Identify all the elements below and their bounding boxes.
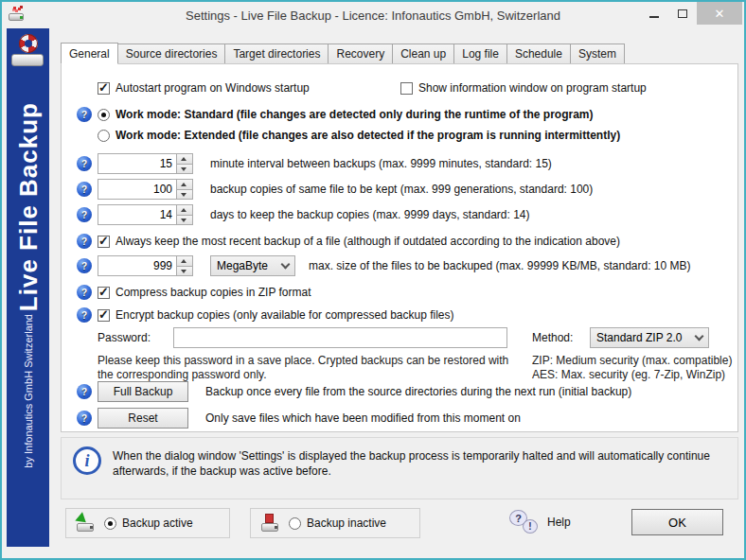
method-hint-aes: AES: Max. security (eg. 7-Zip, WinZip) [532,368,725,382]
settings-window: Settings - Live File Backup - Licence: I… [0,0,746,560]
days-label: days to keep the backup copies (max. 999… [210,208,530,221]
password-hint: Please keep this password in a save plac… [98,354,519,382]
method-dropdown[interactable]: Standard ZIP 2.0 [590,327,709,348]
tab-log-file[interactable]: Log file [453,44,507,63]
help-icon[interactable]: ? [77,285,92,300]
password-field[interactable] [173,327,507,348]
work-mode-extended-label: Work mode: Extended (file changes are al… [115,129,620,142]
brand-sidebar: Live File Backup by Infonautics GmbH Swi… [7,28,49,547]
tab-general[interactable]: General [61,43,118,64]
work-mode-standard-label: Work mode: Standard (file changes are de… [115,108,594,121]
help-icon[interactable]: ? [77,258,92,273]
backup-active-radio[interactable] [104,517,116,530]
max-size-input[interactable] [98,255,177,276]
info-icon: i [73,446,101,475]
autostart-label: Autostart program on Windows startup [115,81,310,95]
compress-checkbox[interactable] [98,287,110,299]
app-logo-icon [9,34,46,68]
tab-recovery[interactable]: Recovery [328,44,393,63]
full-backup-label: Backup once every file from the source d… [205,385,631,398]
general-tab-panel: Autostart program on Windows startup Sho… [61,63,738,432]
close-button[interactable]: ✕ [697,2,742,25]
encrypt-label: Encrypt backup copies (only available fo… [115,308,454,322]
spin-down-button[interactable] [177,190,193,201]
spin-up-button[interactable] [177,204,193,216]
days-input[interactable] [98,204,177,225]
window-title: Settings - Live File Backup - Licence: I… [2,9,744,23]
size-unit-dropdown[interactable]: MegaByte [210,255,295,276]
close-icon: ✕ [715,7,725,21]
autostart-checkbox[interactable] [98,82,110,95]
compress-label: Compress backup copies in ZIP format [115,286,311,299]
app-icon [9,7,26,22]
help-label: Help [547,516,571,529]
maximize-icon [678,9,687,18]
size-unit-value: MegaByte [217,259,268,272]
minimize-icon [649,16,659,18]
backup-active-label: Backup active [122,516,193,530]
work-mode-standard-radio[interactable] [98,109,110,121]
maximize-button[interactable] [668,2,697,25]
interval-input[interactable] [98,153,177,174]
help-bubbles-icon: ? ! [509,508,542,536]
method-label: Method: [532,331,573,344]
help-icon[interactable]: ? [77,234,92,249]
tab-source-directories[interactable]: Source directories [117,44,226,63]
tab-clean-up[interactable]: Clean up [392,44,454,63]
reset-label: Only save files which have been modified… [205,411,521,425]
chevron-down-icon [281,259,291,269]
minimize-button[interactable] [640,2,668,25]
copies-label: backup copies of same file to be kept (m… [210,183,593,196]
days-stepper [98,204,193,225]
copies-input[interactable] [98,179,177,200]
method-value: Standard ZIP 2.0 [596,331,683,344]
keep-recent-label: Always keep the most recent backup of a … [115,235,620,248]
keep-recent-checkbox[interactable] [98,236,110,248]
brand-title: Live File Backup [13,102,43,311]
method-hint-zip: ZIP: Medium security (max. compatible) [532,354,732,368]
full-backup-button[interactable]: Full Backup [98,381,188,402]
help-icon[interactable]: ? [77,182,92,197]
title-bar: Settings - Live File Backup - Licence: I… [2,2,744,28]
max-size-label: max. size of the files to be backuped (m… [309,259,691,272]
spin-up-button[interactable] [177,153,193,165]
ok-button[interactable]: OK [631,509,723,535]
max-size-stepper [98,255,193,276]
tab-target-directories[interactable]: Target directories [224,44,329,63]
reset-button[interactable]: Reset [98,408,188,429]
spin-down-button[interactable] [177,216,193,226]
show-info-window-label: Show information window on program start… [418,81,647,95]
brand-subtitle: by Infonautics GmbH Switzerland [23,314,34,468]
spin-up-button[interactable] [177,179,193,190]
spin-up-button[interactable] [177,255,193,267]
help-icon[interactable]: ? [77,107,92,122]
info-note: When the dialog window 'Settings' is dis… [113,446,719,490]
backup-inactive-radio[interactable] [289,517,301,530]
backup-inactive-label: Backup inactive [307,516,386,530]
tab-system[interactable]: System [570,44,625,63]
help-icon[interactable]: ? [77,384,92,399]
password-label: Password: [98,331,151,344]
encrypt-checkbox[interactable] [98,309,110,322]
backup-active-icon [76,514,97,533]
chevron-down-icon [695,331,704,341]
work-mode-extended-radio[interactable] [98,130,110,142]
tab-strip: General Source directories Target direct… [61,42,624,63]
interval-stepper [98,153,193,174]
backup-inactive-group: Backup inactive [250,508,420,538]
spin-down-button[interactable] [177,165,193,175]
info-panel: i When the dialog window 'Settings' is d… [61,437,738,499]
backup-active-group: Backup active [65,508,230,538]
backup-inactive-icon [260,514,281,533]
help-icon[interactable]: ? [77,156,92,171]
copies-stepper [98,179,193,200]
help-icon[interactable]: ? [77,411,92,426]
tab-schedule[interactable]: Schedule [506,44,571,63]
spin-down-button[interactable] [177,267,193,277]
help-button[interactable]: ? ! Help [509,508,571,536]
interval-label: minute interval between backups (max. 99… [210,157,552,170]
footer-bar: Backup active Backup inactive ? ! Help O… [51,508,742,540]
show-info-window-checkbox[interactable] [400,82,413,95]
help-icon[interactable]: ? [77,307,92,323]
help-icon[interactable]: ? [77,207,92,222]
